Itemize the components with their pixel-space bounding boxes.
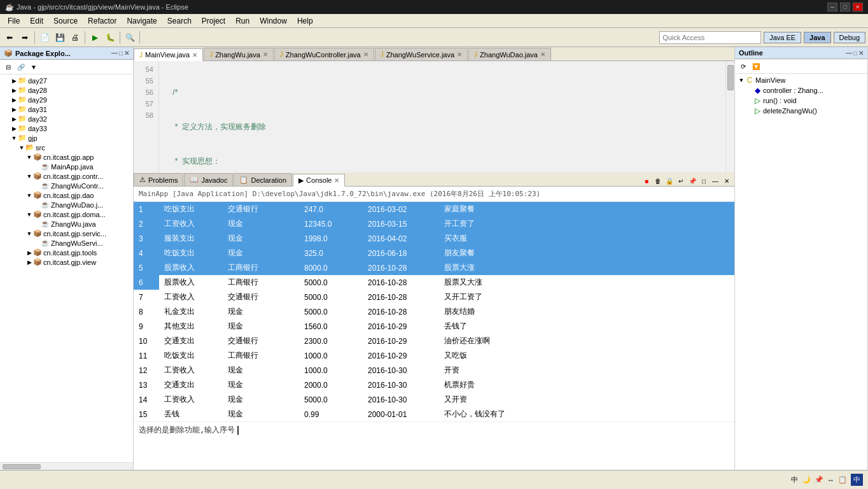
close-outline-btn[interactable]: ✕: [858, 50, 864, 57]
menu-run[interactable]: Run: [230, 15, 255, 27]
tab-javadoc[interactable]: 📖 Javadoc: [184, 173, 233, 186]
filter-btn[interactable]: 🔽: [750, 60, 762, 72]
clear-btn[interactable]: 🗑: [653, 176, 663, 186]
table-row[interactable]: 4吃饭支出现金325.02016-06-18朋友聚餐: [134, 246, 734, 260]
toolbar-btn-print[interactable]: 🖨: [68, 31, 82, 45]
table-row[interactable]: 7工资收入交通银行5000.02016-10-28又开工资了: [134, 290, 734, 304]
debug-perspective[interactable]: Debug: [834, 32, 865, 43]
scrollbar-thumb-h[interactable]: [3, 464, 41, 469]
table-row[interactable]: 10交通支出交通银行2300.02016-10-29油价还在涨啊: [134, 334, 734, 348]
table-row[interactable]: 8礼金支出现金5000.02016-10-28朋友结婚: [134, 304, 734, 319]
tab-zhangwu[interactable]: J ZhangWu.java ✕: [204, 48, 274, 60]
close-panel-btn[interactable]: ✕: [124, 50, 129, 57]
tree-scrollbar-h[interactable]: [0, 462, 133, 470]
quick-access-input[interactable]: [659, 31, 761, 44]
java-perspective[interactable]: Java: [804, 32, 830, 43]
tab-declaration[interactable]: 📋 Declaration: [234, 173, 292, 186]
minimize-panel-btn[interactable]: —: [111, 50, 118, 57]
java-ee-perspective[interactable]: Java EE: [764, 32, 801, 43]
console-content[interactable]: MainApp [Java Application] D:\develop\Ja…: [134, 187, 734, 470]
outline-node-run[interactable]: ▷ run() : void: [735, 96, 867, 106]
tab-service[interactable]: J ZhangWuService.java ✕: [375, 48, 468, 60]
table-row[interactable]: 15丢钱现金0.992000-01-01不小心，钱没有了: [134, 407, 734, 422]
tab-controller[interactable]: J ZhangWuController.java ✕: [274, 48, 374, 60]
code-content[interactable]: /* * 定义方法，实现账务删除 * 实现思想： * 接收用户的输入，输入一个主…: [159, 61, 725, 173]
tab-console[interactable]: ▶ Console ✕: [293, 174, 345, 187]
collapse-all-btn[interactable]: ⊟: [3, 61, 14, 73]
link-editor-btn[interactable]: 🔗: [15, 61, 27, 73]
tree-node-src[interactable]: ▼ 📂 src: [0, 143, 133, 152]
tree-node-zhangwujava[interactable]: ☕ ZhangWu.java: [0, 219, 133, 229]
table-row[interactable]: 5股票收入工商银行8000.02016-10-28股票大涨: [134, 260, 734, 275]
tree-node-mainapp[interactable]: ☕ MainApp.java: [0, 162, 133, 171]
tree-node-gjp[interactable]: ▼ 📁 gjp: [0, 133, 133, 143]
tree-node-zhangwuctrl[interactable]: ☕ ZhangWuContr...: [0, 181, 133, 190]
tab-mainview[interactable]: J MainView.java ✕: [134, 48, 203, 61]
sort-btn[interactable]: ⟳: [738, 60, 749, 72]
tree-node-day31[interactable]: ▶ 📁 day31: [0, 104, 133, 114]
scrollbar-thumb[interactable]: [727, 65, 734, 90]
pin-btn[interactable]: 📌: [687, 176, 697, 186]
tab-close-btn[interactable]: ✕: [540, 51, 545, 58]
menu-project[interactable]: Project: [197, 15, 230, 27]
toolbar-btn-2[interactable]: ➡: [18, 31, 32, 45]
scroll-lock-btn[interactable]: 🔒: [664, 176, 675, 186]
editor-scrollbar-v[interactable]: [725, 61, 734, 173]
toolbar-btn-search[interactable]: 🔍: [123, 31, 137, 45]
toolbar-btn-save[interactable]: 💾: [53, 31, 67, 45]
table-row[interactable]: 14工资收入现金5000.02016-10-30又开资: [134, 392, 734, 407]
minimize-button[interactable]: ─: [827, 3, 837, 11]
maximize-console-btn[interactable]: □: [699, 176, 709, 186]
toolbar-btn-debug[interactable]: 🐛: [103, 31, 117, 45]
tab-close-btn[interactable]: ✕: [363, 51, 368, 58]
code-editor[interactable]: 54 55 56 57 58 /* * 定义方法，实现账务删除 * 实现思想： …: [134, 61, 734, 173]
tree-node-dao[interactable]: ▼ 📦 cn.itcast.gjp.dao: [0, 190, 133, 200]
tree-node-zhangwudao[interactable]: ☕ ZhangWuDao.j...: [0, 200, 133, 209]
tree-node-day32[interactable]: ▶ 📁 day32: [0, 114, 133, 124]
close-button[interactable]: ✕: [853, 3, 863, 11]
stop-btn[interactable]: ■: [641, 176, 652, 186]
tab-problems[interactable]: ⚠ Problems: [134, 173, 183, 186]
table-row[interactable]: 6股票收入工商银行5000.02016-10-28股票又大涨: [134, 275, 734, 290]
tree-menu-btn[interactable]: ▼: [28, 61, 39, 73]
close-console-btn[interactable]: ✕: [722, 176, 732, 186]
tree-node-day28[interactable]: ▶ 📁 day28: [0, 85, 133, 95]
tree-node-view[interactable]: ▶ 📦 cn.itcast.gjp.view: [0, 257, 133, 267]
menu-navigate[interactable]: Navigate: [122, 15, 162, 27]
tab-close-btn[interactable]: ✕: [263, 51, 268, 58]
tab-close-btn[interactable]: ✕: [457, 51, 462, 58]
minimize-console-btn[interactable]: —: [710, 176, 720, 186]
tree-node-app[interactable]: ▼ 📦 cn.itcast.gjp.app: [0, 152, 133, 162]
table-row[interactable]: 13交通支出现金2000.02016-10-30机票好贵: [134, 378, 734, 392]
menu-refactor[interactable]: Refactor: [83, 15, 122, 27]
maximize-panel-btn[interactable]: □: [119, 50, 123, 57]
menu-source[interactable]: Source: [48, 15, 83, 27]
tab-close-btn[interactable]: ✕: [334, 177, 339, 184]
tree-node-controller[interactable]: ▼ 📦 cn.itcast.gjp.contr...: [0, 171, 133, 181]
table-row[interactable]: 11吃饭支出工商银行1000.02016-10-29又吃饭: [134, 348, 734, 363]
tree-node-tools[interactable]: ▶ 📦 cn.itcast.gjp.tools: [0, 248, 133, 257]
table-row[interactable]: 1吃饭支出交通银行247.02016-03-02家庭聚餐: [134, 202, 734, 216]
maximize-outline-btn[interactable]: □: [853, 50, 857, 57]
toolbar-btn-1[interactable]: ⬅: [3, 31, 17, 45]
menu-window[interactable]: Window: [255, 15, 292, 27]
table-row[interactable]: 12工资收入现金1000.02016-10-30开资: [134, 363, 734, 378]
minimize-outline-btn[interactable]: —: [846, 50, 852, 57]
table-row[interactable]: 9其他支出现金1560.02016-10-29丢钱了: [134, 319, 734, 334]
tree-node-service[interactable]: ▼ 📦 cn.itcast.gjp.servic...: [0, 229, 133, 238]
tree-node-day33[interactable]: ▶ 📁 day33: [0, 124, 133, 133]
tree-node-day29[interactable]: ▶ 📁 day29: [0, 95, 133, 104]
outline-node-mainview[interactable]: ▼ C MainView: [735, 75, 867, 85]
tree-node-domain[interactable]: ▼ 📦 cn.itcast.gjp.doma...: [0, 209, 133, 219]
table-row[interactable]: 3服装支出现金1998.02016-04-02买衣服: [134, 231, 734, 246]
menu-file[interactable]: File: [3, 15, 25, 27]
toolbar-btn-run[interactable]: ▶: [88, 31, 102, 45]
menu-edit[interactable]: Edit: [25, 15, 48, 27]
tree-node-day27[interactable]: ▶ 📁 day27: [0, 76, 133, 85]
tree-node-zhangwuserv[interactable]: ☕ ZhangWuServi...: [0, 238, 133, 248]
menu-search[interactable]: Search: [162, 15, 197, 27]
table-row[interactable]: 2工资收入现金12345.02016-03-15开工资了: [134, 216, 734, 231]
tab-dao[interactable]: J ZhangWuDao.java ✕: [468, 48, 551, 60]
menu-help[interactable]: Help: [292, 15, 318, 27]
tab-close-btn[interactable]: ✕: [192, 52, 197, 59]
